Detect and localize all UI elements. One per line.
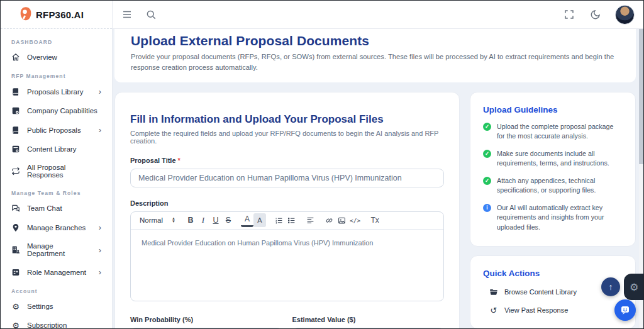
background-color-button[interactable]: A xyxy=(253,213,266,227)
editor-toolbar: Normal ▲▼ B I U S A A xyxy=(131,212,443,230)
bullet-list-icon[interactable] xyxy=(285,213,297,227)
sidebar-item-label: Proposals Library xyxy=(27,88,83,96)
estimated-value-input[interactable] xyxy=(292,328,445,328)
win-probability-label: Win Probability (%) xyxy=(130,316,282,323)
chevron-right-icon: › xyxy=(99,223,101,232)
sidebar-item-manage-department[interactable]: Manage Department › xyxy=(1,237,112,262)
scroll-to-top-button[interactable]: ↑ xyxy=(601,277,620,296)
history-icon: ↺ xyxy=(489,306,498,315)
quick-action-label: View Past Response xyxy=(504,306,568,314)
check-circle-icon: ✓ xyxy=(483,177,491,185)
sidebar-item-label: Subscription xyxy=(27,321,67,328)
menu-icon[interactable] xyxy=(121,9,133,20)
form-heading: Fill in Information and Upload Your Prop… xyxy=(130,113,444,126)
logo-text: RFP360.AI xyxy=(36,9,84,20)
image-icon[interactable] xyxy=(335,213,348,227)
guideline-text: Our AI will automatically extract key re… xyxy=(497,203,623,233)
upload-guidelines-card: Upload Guidelines ✓ Upload the complete … xyxy=(470,92,636,247)
ordered-list-icon[interactable] xyxy=(272,213,285,227)
win-probability-input[interactable] xyxy=(130,328,282,328)
fullscreen-icon[interactable] xyxy=(564,9,575,20)
logo[interactable]: RFP360.AI xyxy=(1,1,112,29)
chat-widget-button[interactable] xyxy=(614,299,636,321)
strikethrough-button[interactable]: S xyxy=(222,213,235,227)
view-past-response-action[interactable]: ↺ View Past Response xyxy=(483,306,623,315)
sidebar-item-label: Company Capabilities xyxy=(27,107,97,114)
repeat-icon xyxy=(11,167,20,176)
updown-arrows-icon: ▲▼ xyxy=(172,217,175,223)
scrollbar-thumb[interactable] xyxy=(639,29,643,164)
guidelines-title: Upload Guidelines xyxy=(483,105,623,114)
sidebar-item-company-capabilities[interactable]: Company Capabilities xyxy=(1,101,112,120)
sidebar-item-public-proposals[interactable]: Public Proposals › xyxy=(1,120,112,140)
form-subheading: Complete the required fields and upload … xyxy=(130,130,444,145)
library-icon xyxy=(11,145,20,153)
dark-mode-moon-icon[interactable] xyxy=(590,9,601,20)
text-color-button[interactable]: A xyxy=(241,213,253,227)
sidebar-item-role-management[interactable]: Role Management › xyxy=(1,262,112,282)
guideline-item: ✓ Attach any appendices, technical speci… xyxy=(483,176,623,196)
chat-bubbles-icon xyxy=(11,204,20,213)
sidebar-item-subscription[interactable]: ⚙ Subscription xyxy=(1,316,112,328)
folder-icon xyxy=(489,287,498,296)
avatar[interactable] xyxy=(615,5,635,25)
page-subtitle: Provide your proposal documents (RFPs, R… xyxy=(131,52,619,74)
sidebar-item-manage-branches[interactable]: Manage Branches › xyxy=(1,218,112,237)
section-label-dashboard: DASHBOARD xyxy=(1,33,112,48)
guideline-item: ✓ Upload the complete proposal package f… xyxy=(483,122,623,142)
description-label: Description xyxy=(130,199,444,207)
guideline-text: Attach any appendices, technical specifi… xyxy=(497,176,623,196)
book-icon xyxy=(11,87,20,96)
brand-logo-icon xyxy=(19,6,32,23)
gear-icon: ⚙ xyxy=(11,302,20,311)
guideline-text: Upload the complete proposal package for… xyxy=(497,122,623,142)
check-circle-icon: ✓ xyxy=(483,123,491,131)
sidebar-item-label: Public Proposals xyxy=(27,126,81,134)
guideline-item: i Our AI will automatically extract key … xyxy=(483,203,623,233)
proposal-title-input[interactable] xyxy=(130,169,444,187)
chat-smiley-icon xyxy=(619,304,631,316)
sidebar-item-all-proposal-responses[interactable]: All Proposal Responses xyxy=(1,159,112,184)
chevron-right-icon: › xyxy=(99,125,101,135)
proposal-title-label: Proposal Title * xyxy=(130,157,444,164)
app-frame: RFP360.AI DASHBOARD Overview RFP Managem… xyxy=(0,0,644,329)
quick-action-label: Browse Content Library xyxy=(504,288,577,296)
required-asterisk: * xyxy=(178,157,180,164)
italic-button[interactable]: I xyxy=(197,213,209,227)
chevron-right-icon: › xyxy=(99,245,101,255)
section-label-rfp-management: RFP Management xyxy=(1,67,112,82)
page-header: Upload External Proposal Documents Provi… xyxy=(114,29,636,82)
sidebar-item-proposals-library[interactable]: Proposals Library › xyxy=(1,82,112,101)
rich-text-editor: Normal ▲▼ B I U S A A xyxy=(130,211,444,301)
sidebar-item-content-library[interactable]: Content Library xyxy=(1,140,112,159)
capabilities-icon xyxy=(11,106,20,115)
topbar xyxy=(113,1,643,29)
settings-fab-button[interactable]: ⚙ xyxy=(624,274,644,300)
estimated-value-label: Estimated Value ($) xyxy=(292,316,445,323)
sidebar-item-team-chat[interactable]: Team Chat xyxy=(1,199,112,218)
bold-button[interactable]: B xyxy=(184,213,197,227)
role-grid-icon xyxy=(11,268,20,277)
sidebar-nav: DASHBOARD Overview RFP Management Propos… xyxy=(1,29,112,328)
link-icon[interactable] xyxy=(323,213,335,227)
check-circle-icon: ✓ xyxy=(483,150,491,158)
sidebar-item-settings[interactable]: ⚙ Settings xyxy=(1,297,112,316)
sidebar-item-overview[interactable]: Overview xyxy=(1,48,112,67)
guideline-item: ✓ Make sure documents include all requir… xyxy=(483,149,623,169)
info-circle-icon: i xyxy=(483,204,491,212)
gear-icon: ⚙ xyxy=(630,281,638,293)
align-icon[interactable] xyxy=(304,213,316,227)
search-icon[interactable] xyxy=(145,9,157,20)
book-icon xyxy=(11,126,20,135)
description-editor-body[interactable]: Medical Provider Education on Human Papi… xyxy=(131,230,443,301)
sidebar-item-label: Team Chat xyxy=(27,204,62,212)
chevron-right-icon: › xyxy=(99,267,101,277)
sidebar-item-label: Settings xyxy=(27,303,53,310)
code-block-icon[interactable]: </> xyxy=(348,213,362,227)
underline-button[interactable]: U xyxy=(209,213,222,227)
format-dropdown[interactable]: Normal ▲▼ xyxy=(137,216,178,224)
sidebar-item-label: All Proposal Responses xyxy=(27,164,101,179)
clear-format-icon[interactable]: Tx xyxy=(369,213,381,227)
section-label-account: Account xyxy=(1,282,112,297)
chevron-right-icon: › xyxy=(99,87,101,96)
